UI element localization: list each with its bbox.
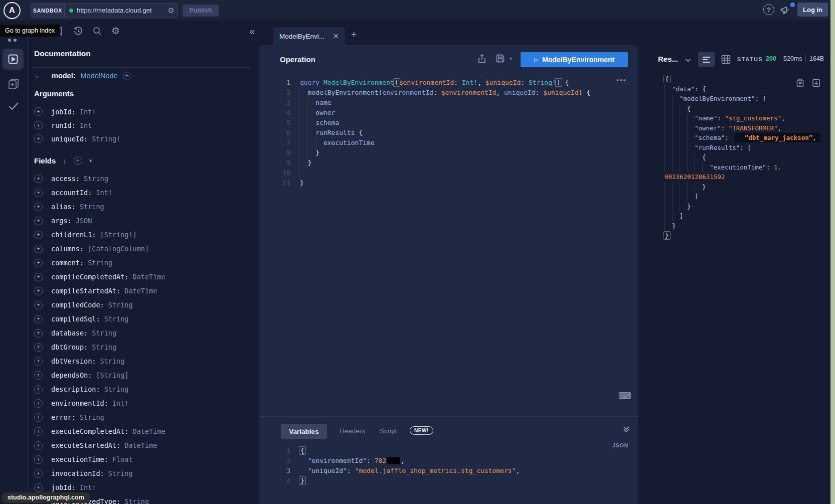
- add-field-icon[interactable]: +: [34, 217, 43, 225]
- field-row: +runId: Int: [34, 118, 255, 132]
- field-row: +columns: [CatalogColumn]: [34, 242, 255, 256]
- field-row: +database: String: [34, 326, 255, 340]
- add-field-icon[interactable]: +: [34, 175, 43, 183]
- add-field-icon[interactable]: +: [34, 413, 43, 422]
- add-all-fields-icon[interactable]: +: [74, 156, 82, 165]
- login-button[interactable]: Log in: [797, 3, 828, 17]
- list-view-toggle[interactable]: [698, 52, 715, 67]
- response-body[interactable]: {"data": {"modelByEnvironment": [{"name"…: [664, 74, 831, 241]
- code-line: 10: [259, 168, 590, 178]
- save-options-chevron-icon[interactable]: ▾: [510, 56, 512, 61]
- connection-settings-icon[interactable]: ⚙: [168, 6, 175, 15]
- field-type: DateTime: [124, 441, 157, 449]
- keyboard-shortcuts-icon[interactable]: ⌨: [618, 390, 631, 401]
- tooltip: Go to graph index: [0, 25, 60, 37]
- add-field-icon[interactable]: +: [34, 455, 43, 464]
- redaction-box: [387, 457, 400, 464]
- field-row: +executeCompletedAt: DateTime: [34, 424, 255, 438]
- line-number: 10: [259, 168, 290, 178]
- code-line: 2 "environmentId": 782,: [259, 456, 520, 466]
- field-row: +environmentId: Int!: [34, 396, 255, 410]
- field-row: +uniqueId: String!: [34, 132, 255, 145]
- field-type: DateTime: [133, 427, 165, 435]
- add-field-icon[interactable]: +: [34, 329, 43, 338]
- breadcrumb-type-link[interactable]: ModelNode: [81, 72, 118, 80]
- share-icon[interactable]: [477, 54, 486, 64]
- line-number: 7: [259, 138, 290, 148]
- collections-tab[interactable]: [7, 77, 20, 90]
- field-type: [String]: [96, 371, 128, 379]
- collapse-panel-icon[interactable]: [622, 425, 630, 433]
- code-line: }: [664, 221, 831, 231]
- operation-tab[interactable]: ModelByEnvi... ✕: [273, 27, 345, 45]
- save-icon[interactable]: [495, 54, 505, 63]
- field-name: columns:: [51, 245, 88, 253]
- add-field-icon[interactable]: +: [34, 287, 43, 295]
- add-field-icon[interactable]: +: [34, 427, 43, 436]
- add-field-icon[interactable]: +: [34, 371, 43, 380]
- add-field-icon[interactable]: +: [34, 134, 43, 143]
- field-type: String: [92, 343, 116, 351]
- table-view-toggle[interactable]: [721, 54, 731, 65]
- endpoint-input[interactable]: https://metadata.cloud.get ⚙: [65, 4, 178, 17]
- add-field-icon[interactable]: +: [34, 385, 43, 394]
- tab-variables[interactable]: Variables: [281, 424, 327, 439]
- field-type: [String!]: [100, 231, 137, 239]
- add-field-icon[interactable]: +: [34, 357, 43, 366]
- response-dropdown-icon[interactable]: [685, 58, 691, 63]
- publish-button[interactable]: Publish: [183, 5, 219, 17]
- add-field-icon[interactable]: +: [34, 469, 43, 478]
- back-icon[interactable]: ←: [34, 71, 43, 81]
- add-field-icon[interactable]: +: [34, 231, 43, 239]
- code-line: {: [664, 104, 831, 114]
- code-line: 6 runResults {: [259, 128, 590, 138]
- endpoint-url[interactable]: https://metadata.cloud.get: [77, 7, 164, 14]
- field-row: +dbtGroup: String: [34, 340, 255, 354]
- explorer-tab[interactable]: [3, 49, 24, 70]
- field-type: String: [92, 329, 116, 337]
- field-name: description:: [51, 385, 104, 393]
- field-type: String: [100, 357, 125, 365]
- add-field-icon[interactable]: +: [34, 189, 43, 197]
- add-field-icon[interactable]: +: [34, 121, 43, 129]
- line-number: 1: [259, 446, 290, 456]
- add-field-icon[interactable]: +: [34, 399, 43, 408]
- add-field-icon[interactable]: +: [34, 483, 43, 492]
- apollo-logo[interactable]: A: [4, 2, 21, 19]
- indent-guide: [315, 138, 316, 148]
- response-title[interactable]: Res...: [658, 55, 678, 63]
- add-field-icon[interactable]: +: [34, 273, 43, 281]
- chevron-down-icon[interactable]: ▾: [89, 157, 92, 164]
- run-button[interactable]: ▷ ModelByEnvironment: [521, 52, 628, 67]
- add-field-icon[interactable]: +: [34, 203, 43, 211]
- graph-index-icon[interactable]: [14, 39, 17, 42]
- add-field-icon[interactable]: +: [34, 245, 43, 253]
- help-icon[interactable]: ?: [763, 4, 774, 15]
- tab-headers[interactable]: Headers: [340, 427, 365, 435]
- sort-icon[interactable]: ↓: [63, 156, 67, 165]
- variables-editor[interactable]: 1{2 "environmentId": 782,3 "uniqueId": "…: [259, 446, 520, 486]
- new-tab-button[interactable]: +: [351, 29, 357, 40]
- query-editor[interactable]: 1query ModelByEnvironment($environmentId…: [259, 78, 590, 188]
- tab-close-icon[interactable]: ✕: [332, 32, 339, 41]
- add-field-icon[interactable]: +: [34, 107, 43, 116]
- announcements-icon[interactable]: [780, 5, 792, 16]
- code-line: 1{: [259, 446, 520, 456]
- add-field-icon[interactable]: +: [34, 301, 43, 309]
- more-options-icon[interactable]: •••: [616, 76, 627, 84]
- line-number: 11: [259, 178, 290, 188]
- graph-index-icon[interactable]: [8, 39, 11, 42]
- add-field-icon[interactable]: +: [34, 315, 43, 323]
- checklist-tab[interactable]: [7, 100, 21, 112]
- tab-title: ModelByEnvi...: [279, 33, 327, 40]
- field-name: compileCompletedAt:: [51, 273, 133, 281]
- code-line: "modelByEnvironment": [: [664, 94, 831, 104]
- panel-divider: [259, 416, 638, 417]
- breadcrumb: ← model: ModelNode +: [34, 70, 131, 81]
- field-type: DateTime: [124, 287, 157, 295]
- add-field-icon[interactable]: +: [34, 441, 43, 450]
- add-type-icon[interactable]: +: [123, 72, 131, 80]
- add-field-icon[interactable]: +: [34, 343, 43, 352]
- tab-script[interactable]: Script: [380, 427, 397, 435]
- add-field-icon[interactable]: +: [34, 259, 43, 267]
